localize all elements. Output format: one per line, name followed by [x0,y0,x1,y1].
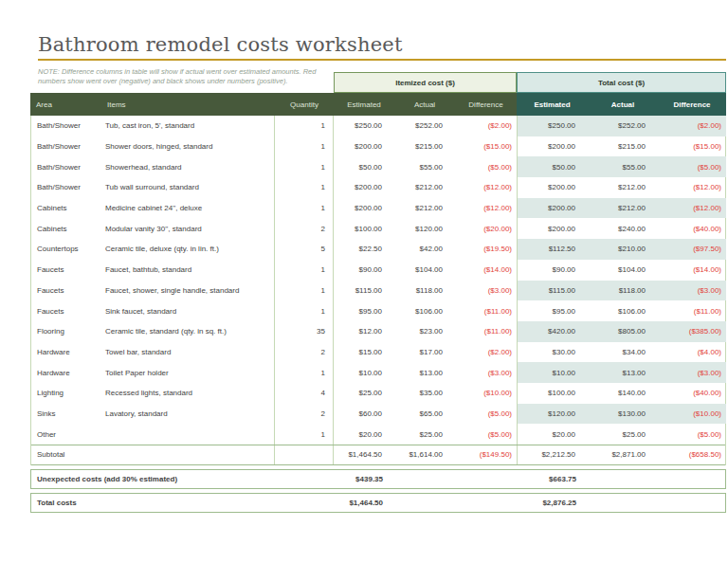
cell-itemized-estimated[interactable]: $10.00 [334,362,394,383]
cell-itemized-difference[interactable]: ($5.00) [455,424,517,445]
cell-quantity[interactable]: 1 [275,116,334,136]
cell-area[interactable]: Cabinets [31,198,101,219]
cell-quantity[interactable]: 1 [275,260,334,281]
cell-item[interactable]: Sink faucet, standard [101,300,275,321]
cell-area[interactable]: Subtotal [31,445,101,464]
cell-item[interactable]: Lavatory, standard [101,404,275,425]
cell-area[interactable]: Faucets [31,300,101,321]
cell-area[interactable]: Hardware [31,342,101,363]
cell-item[interactable]: Toilet Paper holder [101,362,275,383]
cell-itemized-difference[interactable]: ($3.00) [455,281,517,301]
cell-area[interactable]: Faucets [31,281,101,301]
cell-itemized-actual[interactable]: $252.00 [394,116,455,136]
column-header-total-estimated[interactable]: Estimated [517,93,588,116]
cell-item[interactable]: Shower doors, hinged, standard [101,136,275,157]
cell-itemized-difference[interactable]: ($12.00) [455,198,517,219]
cell-total-estimated[interactable]: $50.00 [517,156,588,177]
cell-itemized-difference[interactable]: ($3.00) [455,362,517,383]
cell-itemized-estimated[interactable]: $95.00 [334,300,394,321]
cell-total-estimated[interactable]: $115.00 [517,281,588,301]
cell-item[interactable]: Ceramic tile, deluxe (qty. in lin. ft.) [101,239,275,260]
cell-quantity[interactable]: 5 [275,239,334,260]
cell-item[interactable] [101,445,275,464]
cell-quantity[interactable]: 35 [275,321,334,342]
cell-itemized-estimated[interactable]: $22.50 [334,239,394,260]
total-costs-label[interactable]: Total costs [31,494,335,512]
cell-itemized-estimated[interactable]: $250.00 [334,116,394,136]
cell-total-actual[interactable]: $215.00 [588,136,658,157]
cell-itemized-actual[interactable]: $55.00 [394,156,455,177]
column-header-total-actual[interactable]: Actual [588,93,658,116]
cell-itemized-actual[interactable]: $212.00 [394,198,455,219]
cell-quantity[interactable]: 2 [275,404,334,425]
cell-total-difference[interactable]: ($15.00) [658,136,726,157]
cell-item[interactable]: Faucet, bathtub, standard [101,260,275,281]
cell-quantity[interactable]: 1 [275,156,334,177]
cell-itemized-difference[interactable]: ($19.50) [455,239,517,260]
cell-itemized-actual[interactable]: $65.00 [394,404,455,425]
cell-total-difference[interactable]: ($40.00) [658,383,726,404]
cell-itemized-difference[interactable]: ($11.00) [455,300,517,321]
cell-quantity[interactable]: 2 [275,342,334,363]
cell-area[interactable]: Sinks [31,404,101,425]
cell-itemized-actual[interactable]: $23.00 [394,321,455,342]
cell-itemized-estimated[interactable]: $200.00 [334,198,394,219]
cell-total-difference[interactable]: ($3.00) [658,281,726,301]
cell-itemized-actual[interactable]: $25.00 [394,424,455,445]
cell-quantity[interactable]: 1 [275,362,334,383]
cell-itemized-difference[interactable]: ($12.00) [455,177,517,198]
cell-total-actual[interactable]: $805.00 [588,321,658,342]
cell-itemized-estimated[interactable]: $100.00 [334,218,394,239]
total-costs-total-value[interactable]: $2,876.25 [518,494,589,512]
total-costs-itemized-value[interactable]: $1,464.50 [335,494,395,512]
cell-itemized-actual[interactable]: $215.00 [394,136,455,157]
cell-itemized-estimated[interactable]: $50.00 [334,156,394,177]
cell-area[interactable]: Hardware [31,362,101,383]
unexpected-costs-total-value[interactable]: $663.75 [518,470,589,488]
cell-area[interactable]: Countertops [31,239,101,260]
cell-item[interactable]: Tub wall surround, standard [101,177,275,198]
cell-total-difference[interactable]: ($658.50) [658,445,726,464]
cell-area[interactable]: Faucets [31,260,101,281]
cell-total-estimated[interactable]: $250.00 [517,116,588,136]
cell-itemized-actual[interactable]: $106.00 [394,300,455,321]
cell-itemized-estimated[interactable]: $25.00 [334,383,394,404]
cell-area[interactable]: Bath/Shower [31,136,101,157]
cell-total-actual[interactable]: $130.00 [588,404,658,425]
cell-itemized-difference[interactable]: ($149.50) [455,445,517,464]
cell-total-difference[interactable]: ($11.00) [658,300,726,321]
cell-area[interactable]: Bath/Shower [31,116,101,136]
cell-quantity[interactable]: 1 [275,177,334,198]
cell-itemized-difference[interactable]: ($2.00) [455,342,517,363]
cell-total-estimated[interactable]: $200.00 [517,218,588,239]
cell-itemized-difference[interactable]: ($5.00) [455,156,517,177]
cell-total-difference[interactable]: ($14.00) [658,260,726,281]
cell-area[interactable]: Cabinets [31,218,101,239]
cell-itemized-difference[interactable]: ($10.00) [455,383,517,404]
cell-area[interactable]: Bath/Shower [31,156,101,177]
cell-total-difference[interactable]: ($5.00) [658,156,726,177]
cell-itemized-actual[interactable]: $13.00 [394,362,455,383]
cell-itemized-difference[interactable]: ($15.00) [455,136,517,157]
cell-itemized-actual[interactable]: $1,614.00 [394,445,455,464]
cell-itemized-estimated[interactable]: $115.00 [334,281,394,301]
cell-total-estimated[interactable]: $200.00 [517,177,588,198]
cell-item[interactable] [101,424,275,445]
cell-total-difference[interactable]: ($385.00) [658,321,726,342]
cell-area[interactable]: Lighting [31,383,101,404]
cell-total-actual[interactable]: $2,871.00 [588,445,658,464]
cell-area[interactable]: Bath/Shower [31,177,101,198]
cell-total-difference[interactable]: ($4.00) [658,342,726,363]
cell-item[interactable]: Faucet, shower, single handle, standard [101,281,275,301]
cell-total-actual[interactable]: $210.00 [588,239,658,260]
cell-total-difference[interactable]: ($40.00) [658,218,726,239]
cell-quantity[interactable]: 2 [275,218,334,239]
cell-quantity[interactable]: 1 [275,136,334,157]
cell-total-estimated[interactable]: $90.00 [517,260,588,281]
cell-itemized-estimated[interactable]: $200.00 [334,177,394,198]
itemized-cost-group-header[interactable]: Itemized cost ($) [334,72,517,93]
cell-itemized-estimated[interactable]: $200.00 [334,136,394,157]
cell-total-difference[interactable]: ($3.00) [658,362,726,383]
cell-item[interactable]: Medicine cabinet 24'', deluxe [101,198,275,219]
cell-total-actual[interactable]: $212.00 [588,198,658,219]
